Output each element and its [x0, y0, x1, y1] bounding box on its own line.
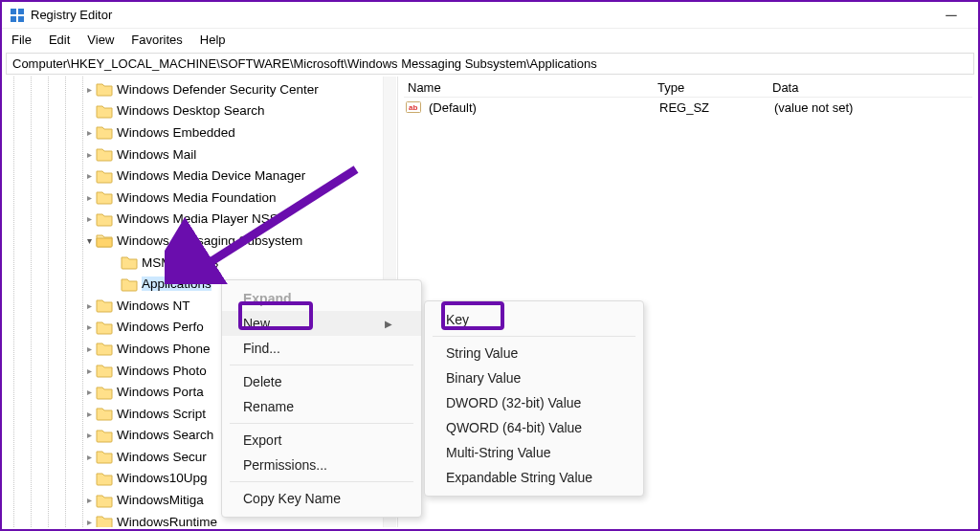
ctx-rename[interactable]: Rename: [222, 394, 421, 419]
tree-item-label: Windows Script: [117, 407, 206, 421]
value-name: (Default): [425, 100, 659, 115]
tree-item-label: Windows Secur: [117, 450, 207, 464]
col-header-data[interactable]: Data: [772, 80, 972, 95]
window-title: Registry Editor: [31, 8, 112, 22]
tree-item-label: Windows Porta: [117, 385, 204, 399]
menu-help[interactable]: Help: [200, 33, 226, 47]
tree-item-label: Windows Embedded: [117, 125, 235, 140]
expand-chevron-icon[interactable]: ▸: [82, 127, 96, 138]
tree-item-label: WindowsMitiga: [117, 493, 204, 507]
value-row[interactable]: ab (Default) REG_SZ (value not set): [404, 98, 972, 117]
tree-item-label: MSMapiApps: [142, 255, 218, 270]
expand-chevron-icon[interactable]: ▸: [82, 365, 96, 376]
expand-chevron-icon[interactable]: ▸: [82, 149, 96, 160]
expand-chevron-icon[interactable]: ▸: [82, 452, 96, 462]
ctx-new-dword[interactable]: DWORD (32-bit) Value: [425, 390, 643, 415]
ctx-new-key[interactable]: Key: [425, 307, 643, 332]
tree-item-label: Windows Perfo: [117, 320, 204, 334]
expand-chevron-icon[interactable]: ▸: [82, 321, 96, 332]
tree-item-label: Windows Messaging Subsystem: [117, 233, 302, 248]
value-type: REG_SZ: [659, 100, 774, 115]
values-header: Name Type Data: [404, 78, 972, 98]
menu-view[interactable]: View: [87, 33, 114, 47]
tree-item-label: Windows Defender Security Center: [117, 82, 319, 97]
tree-item-label: Windows Phone: [117, 342, 211, 356]
svg-rect-2: [11, 16, 16, 22]
svg-rect-0: [11, 9, 16, 14]
tree-item[interactable]: ▸ Windows Defender Security Center: [2, 78, 397, 100]
titlebar: Registry Editor ─: [2, 2, 978, 29]
expand-chevron-icon[interactable]: ▸: [82, 430, 96, 440]
tree-item-label: Applications: [142, 277, 212, 291]
context-submenu-new: Key String Value Binary Value DWORD (32-…: [424, 300, 644, 497]
tree-item-label: Windows Media Foundation: [117, 190, 277, 205]
col-header-type[interactable]: Type: [657, 80, 772, 95]
ctx-copy-key-name[interactable]: Copy Key Name: [222, 486, 421, 511]
reg-string-icon: ab: [406, 100, 421, 115]
tree-item-label: Windows Media Player NSS: [117, 211, 278, 226]
value-data: (value not set): [774, 100, 972, 115]
ctx-expand: Expand: [222, 286, 421, 311]
tree-item[interactable]: ▸ Windows Media Device Manager: [2, 165, 397, 187]
expand-chevron-icon[interactable]: ▸: [82, 343, 96, 354]
menu-file[interactable]: File: [11, 33, 32, 47]
context-menu: Expand New ▶ Find... Delete Rename Expor…: [221, 279, 422, 518]
tree-item[interactable]: ▸ Windows Mail: [2, 144, 397, 166]
address-bar[interactable]: Computer\HKEY_LOCAL_MACHINE\SOFTWARE\Mic…: [6, 53, 974, 75]
expand-chevron-icon[interactable]: ▸: [82, 387, 96, 397]
menubar: File Edit View Favorites Help: [2, 29, 978, 53]
tree-item-label: Windows10Upg: [117, 471, 208, 485]
menu-edit[interactable]: Edit: [49, 33, 70, 47]
expand-chevron-icon[interactable]: ▸: [82, 517, 96, 527]
ctx-new-string[interactable]: String Value: [425, 341, 643, 365]
tree-item[interactable]: ▾ Windows Messaging Subsystem: [2, 230, 397, 252]
ctx-new-binary[interactable]: Binary Value: [425, 365, 643, 390]
ctx-delete[interactable]: Delete: [222, 369, 421, 394]
tree-item-label: Windows Search: [117, 428, 213, 442]
chevron-right-icon: ▶: [385, 319, 392, 329]
ctx-new-expandable[interactable]: Expandable String Value: [425, 465, 643, 490]
expand-chevron-icon[interactable]: ▸: [82, 170, 96, 181]
ctx-permissions[interactable]: Permissions...: [222, 453, 421, 477]
ctx-new-qword[interactable]: QWORD (64-bit) Value: [425, 415, 643, 440]
tree-item[interactable]: MSMapiApps: [2, 252, 397, 274]
tree-item[interactable]: Windows Desktop Search: [2, 100, 397, 122]
svg-rect-3: [18, 16, 24, 22]
tree-item-label: Windows Photo: [117, 364, 207, 378]
tree-item-label: Windows Media Device Manager: [117, 168, 305, 183]
tree-item[interactable]: ▸ Windows Embedded: [2, 122, 397, 144]
expand-chevron-icon[interactable]: ▸: [82, 192, 96, 203]
svg-rect-1: [18, 9, 24, 14]
expand-chevron-icon[interactable]: ▸: [82, 409, 96, 419]
regedit-icon: [10, 8, 25, 23]
expand-chevron-icon[interactable]: ▸: [82, 213, 96, 224]
ctx-find[interactable]: Find...: [222, 336, 421, 361]
expand-chevron-icon[interactable]: ▸: [82, 300, 96, 311]
col-header-name[interactable]: Name: [404, 80, 657, 95]
ctx-export[interactable]: Export: [222, 428, 421, 453]
minimize-button[interactable]: ─: [932, 7, 970, 24]
svg-text:ab: ab: [409, 103, 417, 112]
ctx-new[interactable]: New ▶: [222, 311, 421, 336]
expand-chevron-icon[interactable]: ▾: [82, 235, 96, 246]
menu-favorites[interactable]: Favorites: [131, 33, 182, 47]
tree-item-label: Windows Mail: [117, 147, 196, 162]
tree-item-label: Windows NT: [117, 299, 190, 313]
tree-item[interactable]: ▸ Windows Media Player NSS: [2, 209, 397, 231]
tree-item[interactable]: ▸ Windows Media Foundation: [2, 187, 397, 209]
expand-chevron-icon[interactable]: ▸: [82, 495, 96, 505]
ctx-new-multi[interactable]: Multi-String Value: [425, 440, 643, 465]
tree-item-label: WindowsRuntime: [117, 515, 217, 527]
expand-chevron-icon[interactable]: ▸: [82, 84, 96, 95]
tree-item-label: Windows Desktop Search: [117, 103, 265, 118]
